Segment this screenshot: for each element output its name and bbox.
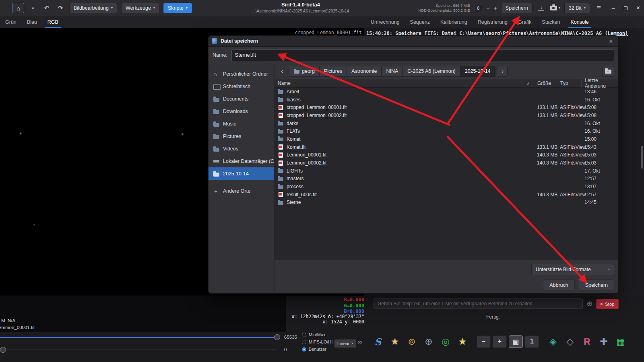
sidebar-place-item[interactable]: Music (208, 117, 274, 130)
gray-diamond-icon[interactable]: ◇ (563, 335, 577, 348)
save-as-button[interactable]: ↓ (537, 3, 546, 13)
shooting-star-icon[interactable]: ★ (456, 335, 469, 348)
purple-star-icon[interactable]: ★ (388, 335, 402, 348)
column-size[interactable]: Größe (534, 79, 557, 87)
sidebar-place-item[interactable]: Downloads (208, 105, 274, 117)
low-cutoff-slider[interactable] (0, 350, 277, 350)
bit-depth-dropdown[interactable]: 32 Bit▾ (564, 3, 590, 13)
cancel-button[interactable]: Abbruch (543, 280, 575, 290)
cross-arrows-icon[interactable]: ✚ (597, 335, 611, 348)
file-row[interactable]: Lemmon_00001.fit 140.3 MB ASIFitsView 15… (275, 151, 618, 159)
file-row[interactable]: FLATs 16. Okt (275, 127, 618, 135)
column-type[interactable]: Typ (557, 79, 581, 87)
file-row[interactable]: cropped_Lemmon_00002.fit 133.1 MB ASIFit… (275, 111, 618, 119)
sidebar-place-item[interactable]: 2025-10-14 (208, 167, 274, 180)
sidebar-place-item[interactable]: Videos (208, 142, 274, 155)
high-slider-handle[interactable] (274, 334, 280, 340)
zoom-in-button[interactable]: + (493, 335, 507, 348)
home-button[interactable]: ⌂ (12, 3, 24, 13)
cutoff-mode-radio[interactable]: Min/Max (302, 332, 332, 337)
breadcrumb-item[interactable]: 2025-10-14 (460, 66, 495, 77)
scripts-menu[interactable]: Skripte▾ (163, 3, 192, 13)
image-processing-menu[interactable]: Bildbearbeitung▾ (69, 3, 117, 13)
dialog-titlebar[interactable]: Datei speichern × (208, 36, 618, 47)
breadcrumb-item[interactable]: Astronomie (347, 66, 382, 77)
format-dropdown[interactable]: Unterstützte Bild-Formate▾ (531, 264, 614, 275)
low-slider-handle[interactable] (0, 347, 6, 353)
panel-tab[interactable]: Grafik (513, 16, 537, 28)
s-wave-icon[interactable]: S (371, 335, 385, 348)
file-row[interactable]: LIGHTs 17. Okt (275, 167, 618, 175)
zoom-1to1-button[interactable]: 1 (525, 335, 539, 348)
layers-icon[interactable]: ▦ (614, 335, 627, 348)
close-button[interactable]: × (636, 5, 640, 11)
file-row[interactable]: process 13:07 (275, 183, 618, 191)
panel-tab[interactable]: Kalibrierung (435, 16, 473, 28)
sidebar-place-item[interactable]: Pictures (208, 130, 274, 142)
green-target-icon[interactable]: ◎ (439, 335, 452, 348)
teal-diamond-icon[interactable]: ◈ (546, 335, 560, 348)
file-row[interactable]: Lemmon_00002.fit 140.3 MB ASIFitsView 15… (275, 159, 618, 167)
rgb-align-icon[interactable]: R (580, 335, 594, 348)
panel-tab[interactable]: Sequenz (405, 16, 435, 28)
sidebar-place-item[interactable]: Andere Orte (208, 185, 274, 197)
save-toolbar-button[interactable]: Speichern (501, 3, 533, 13)
thread-count-spinner[interactable]: 8 (474, 4, 482, 12)
column-modified[interactable]: Letzte Änderung (581, 79, 618, 87)
file-row[interactable]: masters 12:57 (275, 175, 618, 183)
breadcrumb-item[interactable]: georg (289, 66, 320, 77)
channel-tab[interactable]: Blau (22, 16, 42, 28)
back-button[interactable]: ‹ (278, 66, 287, 76)
dialog-close-button[interactable]: × (607, 38, 615, 45)
cutoff-mode-radio[interactable]: Benutzer (302, 346, 332, 352)
filename-input[interactable]: Sterne.fit (231, 49, 614, 61)
breadcrumb-item[interactable]: C-2025 A6 (Lemmon) (402, 66, 460, 77)
breadcrumb-item[interactable]: Pictures (319, 66, 347, 77)
maximize-button[interactable] (624, 6, 627, 10)
stop-button[interactable]: ×Stop (596, 299, 619, 309)
console-scrollbar[interactable] (641, 146, 643, 169)
sidebar-place-item[interactable]: Lokaler Datenträger (C:) (208, 155, 274, 167)
display-mode-dropdown[interactable]: Linear▾ (334, 339, 357, 348)
forward-button[interactable]: › (498, 66, 508, 77)
breadcrumb-item[interactable]: NINA (381, 66, 403, 77)
command-input[interactable] (374, 298, 583, 309)
channel-tab[interactable]: Grün (0, 16, 22, 28)
new-folder-button[interactable]: + (602, 66, 614, 77)
channel-tab[interactable]: RGB (42, 16, 64, 28)
sidebar-place-item[interactable]: Schreibtisch (208, 80, 274, 93)
save-button[interactable]: Speichern (579, 280, 614, 290)
zoom-fit-button[interactable]: ▣ (509, 335, 523, 348)
file-row[interactable]: result_600s.fit 140.3 MB ASIFitsView 12:… (275, 191, 618, 199)
file-row[interactable]: Arbeit 13:46 (275, 88, 618, 96)
file-row[interactable]: Komet.fit 133.1 MB ASIFitsView 15:43 (275, 143, 618, 151)
language-globe-button[interactable]: ⊕ (585, 299, 594, 309)
chain-link-icon[interactable]: ∞ (357, 339, 362, 346)
redo-button[interactable]: ↷ (56, 3, 65, 13)
snapshot-button[interactable]: ▾ (550, 3, 560, 13)
panel-tab[interactable]: Stacken (537, 16, 565, 28)
panel-tab[interactable]: Umrechnung (365, 16, 405, 28)
column-name[interactable]: Name (278, 80, 291, 86)
cutoff-mode-radio[interactable]: MIPS-LO/HI (302, 339, 332, 345)
hamburger-menu-button[interactable]: ≡ (594, 3, 604, 13)
zoom-out-button[interactable]: − (477, 335, 491, 348)
file-row[interactable]: biases 16. Okt (275, 96, 618, 104)
decrease-button[interactable]: − (486, 5, 489, 11)
tools-menu[interactable]: Werkzeuge▾ (121, 3, 159, 13)
increase-button[interactable]: + (493, 5, 497, 11)
dotted-circle-icon[interactable]: ⊚ (405, 335, 419, 348)
file-row[interactable]: Sterne 14:45 (275, 199, 618, 207)
file-row[interactable]: darks 16. Okt (275, 119, 618, 128)
file-row[interactable]: cropped_Lemmon_00001.fit 133.1 MB ASIFit… (275, 103, 618, 111)
record-button[interactable]: ● (28, 3, 38, 13)
undo-button[interactable]: ↶ (42, 3, 52, 13)
minimize-button[interactable]: – (612, 5, 615, 11)
high-cutoff-slider[interactable] (0, 337, 277, 338)
sidebar-place-item[interactable]: Persönlicher Ordner (208, 68, 274, 80)
file-row[interactable]: Komet 15:00 (275, 135, 618, 143)
globe-grid-icon[interactable]: ⊕ (422, 335, 436, 348)
sidebar-place-item[interactable]: Documents (208, 93, 274, 105)
panel-tab[interactable]: Registrierung (473, 16, 513, 28)
panel-tab[interactable]: Konsole (566, 16, 594, 28)
